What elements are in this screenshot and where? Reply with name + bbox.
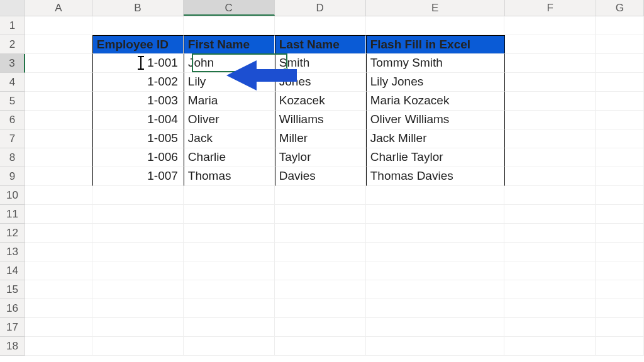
cell-G2[interactable] (596, 35, 644, 54)
cell-F15[interactable] (504, 280, 596, 299)
cell-F2[interactable] (505, 35, 596, 54)
cell-C7[interactable]: Jack (184, 129, 275, 148)
row-header-3[interactable]: 3 (0, 54, 25, 73)
cell-F1[interactable] (504, 16, 596, 35)
cell-F14[interactable] (504, 261, 596, 280)
cell-E11[interactable] (366, 205, 505, 224)
cell-E9[interactable]: Thomas Davies (366, 167, 505, 186)
row-header-14[interactable]: 14 (0, 261, 25, 280)
cell-B14[interactable] (92, 261, 184, 280)
cell-B11[interactable] (92, 205, 184, 224)
cell-G7[interactable] (596, 129, 644, 148)
cell-E2[interactable]: Flash Fill in Excel (366, 35, 505, 54)
cell-C3[interactable]: John (184, 54, 275, 73)
cell-F11[interactable] (504, 205, 596, 224)
cell-G18[interactable] (596, 337, 644, 356)
cell-C4[interactable]: Lily (184, 73, 275, 92)
cell-E5[interactable]: Maria Kozacek (366, 92, 505, 111)
cell-C16[interactable] (184, 299, 275, 318)
cell-B15[interactable] (92, 280, 184, 299)
cell-C14[interactable] (184, 261, 275, 280)
cell-G11[interactable] (596, 205, 644, 224)
cell-G16[interactable] (596, 299, 644, 318)
cell-A17[interactable] (25, 318, 92, 337)
cell-B3[interactable]: 1-001 (92, 54, 184, 73)
row-header-8[interactable]: 8 (0, 148, 25, 167)
cell-A7[interactable] (25, 129, 92, 148)
cell-B2[interactable]: Employee ID (92, 35, 184, 54)
cell-C5[interactable]: Maria (184, 92, 275, 111)
cell-C12[interactable] (184, 224, 275, 243)
cell-E7[interactable]: Jack Miller (366, 129, 505, 148)
cell-D18[interactable] (275, 337, 366, 356)
row-header-15[interactable]: 15 (0, 280, 25, 299)
cell-B12[interactable] (92, 224, 184, 243)
cell-A10[interactable] (25, 186, 92, 205)
cell-C13[interactable] (184, 243, 275, 261)
cell-A18[interactable] (25, 337, 92, 356)
cell-D12[interactable] (275, 224, 366, 243)
cell-F17[interactable] (504, 318, 596, 337)
cell-E10[interactable] (366, 186, 505, 205)
cell-B5[interactable]: 1-003 (92, 92, 184, 111)
cell-C6[interactable]: Oliver (184, 111, 275, 129)
cell-D7[interactable]: Miller (275, 129, 366, 148)
cell-A16[interactable] (25, 299, 92, 318)
cell-D15[interactable] (275, 280, 366, 299)
cell-A6[interactable] (25, 111, 92, 129)
cell-F12[interactable] (504, 224, 596, 243)
cell-G1[interactable] (596, 16, 644, 35)
cell-B16[interactable] (92, 299, 184, 318)
column-header-e[interactable]: E (366, 0, 505, 16)
row-header-5[interactable]: 5 (0, 92, 25, 111)
cell-B4[interactable]: 1-002 (92, 73, 184, 92)
row-header-1[interactable]: 1 (0, 16, 25, 35)
cell-B6[interactable]: 1-004 (92, 111, 184, 129)
cell-G4[interactable] (596, 73, 644, 92)
cell-G9[interactable] (596, 167, 644, 186)
column-header-d[interactable]: D (275, 0, 366, 16)
cell-D9[interactable]: Davies (275, 167, 366, 186)
cell-C10[interactable] (184, 186, 275, 205)
cell-F7[interactable] (505, 129, 596, 148)
cell-A12[interactable] (25, 224, 92, 243)
cell-A14[interactable] (25, 261, 92, 280)
column-header-b[interactable]: B (92, 0, 184, 16)
cell-E13[interactable] (366, 243, 505, 261)
row-header-17[interactable]: 17 (0, 318, 25, 337)
cell-F18[interactable] (504, 337, 596, 356)
cell-B7[interactable]: 1-005 (92, 129, 184, 148)
cell-B10[interactable] (92, 186, 184, 205)
row-header-12[interactable]: 12 (0, 224, 25, 243)
cell-C11[interactable] (184, 205, 275, 224)
cell-D13[interactable] (275, 243, 366, 261)
cell-G15[interactable] (596, 280, 644, 299)
cell-D17[interactable] (275, 318, 366, 337)
cell-D14[interactable] (275, 261, 366, 280)
cell-G3[interactable] (596, 54, 644, 73)
cell-C2[interactable]: First Name (184, 35, 275, 54)
cell-E6[interactable]: Oliver Williams (366, 111, 505, 129)
cell-E8[interactable]: Charlie Taylor (366, 148, 505, 167)
cell-G6[interactable] (596, 111, 644, 129)
cell-C1[interactable] (184, 16, 275, 35)
cell-E1[interactable] (366, 16, 505, 35)
column-header-g[interactable]: G (596, 0, 644, 16)
column-header-a[interactable]: A (25, 0, 92, 16)
cell-B9[interactable]: 1-007 (92, 167, 184, 186)
cell-E15[interactable] (366, 280, 505, 299)
cell-B1[interactable] (92, 16, 184, 35)
cell-C18[interactable] (184, 337, 275, 356)
cell-D8[interactable]: Taylor (275, 148, 366, 167)
column-header-f[interactable]: F (505, 0, 596, 16)
cell-C15[interactable] (184, 280, 275, 299)
cell-F10[interactable] (504, 186, 596, 205)
cell-E3[interactable]: Tommy Smith (366, 54, 505, 73)
cell-F9[interactable] (505, 167, 596, 186)
cell-C17[interactable] (184, 318, 275, 337)
cell-G17[interactable] (596, 318, 644, 337)
cell-D1[interactable] (275, 16, 366, 35)
cell-G5[interactable] (596, 92, 644, 111)
cell-D5[interactable]: Kozacek (275, 92, 366, 111)
row-header-2[interactable]: 2 (0, 35, 25, 54)
